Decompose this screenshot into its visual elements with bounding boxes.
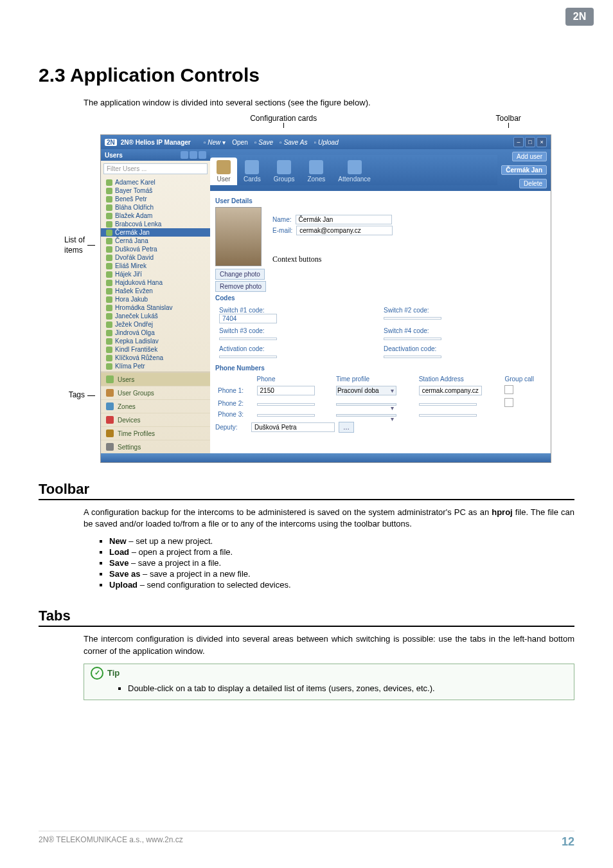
toolbar-list-item: Save as – save a project in a new file. <box>109 569 574 579</box>
user-item[interactable]: Dvořák David <box>101 253 210 262</box>
btn-delete[interactable]: Delete <box>519 179 547 188</box>
user-item[interactable]: Kepka Ladislav <box>101 337 210 345</box>
fig-label-context: Context buttons <box>272 255 393 264</box>
tab-devices[interactable]: Devices <box>101 413 210 426</box>
group-call-check[interactable] <box>504 385 513 394</box>
page-title: 2.3 Application Controls <box>39 0 574 86</box>
user-item[interactable]: Bayer Tomáš <box>101 186 210 195</box>
time-profile-select[interactable] <box>336 414 396 417</box>
sec-user-details: User Details <box>215 197 546 204</box>
btn-remove-photo[interactable]: Remove photo <box>215 281 266 292</box>
field-deputy[interactable]: Dušková Petra <box>251 422 335 432</box>
user-item[interactable]: Kindl František <box>101 345 210 354</box>
phone-field[interactable] <box>257 414 315 417</box>
h2-tabs: Tabs <box>39 608 574 627</box>
tb-new[interactable]: ▫ New ▾ <box>204 139 226 146</box>
user-item[interactable]: Janeček Lukáš <box>101 312 210 320</box>
tb-upload[interactable]: ▫ Upload <box>314 139 339 146</box>
lbl-email: E-mail: <box>272 227 292 234</box>
side-tool-1[interactable] <box>181 151 188 159</box>
user-item[interactable]: Dušková Petra <box>101 245 210 253</box>
cfg-tab-zones[interactable]: Zones <box>301 158 332 185</box>
user-item[interactable]: Adamec Karel <box>101 178 210 186</box>
code-field[interactable] <box>384 338 441 340</box>
phone-field[interactable]: 2150 <box>257 386 315 395</box>
footer-left: 2N® TELEKOMUNIKACE a.s., www.2n.cz <box>39 835 183 849</box>
code-field[interactable] <box>384 356 441 358</box>
user-item[interactable]: Bláha Oldřich <box>101 203 210 212</box>
btn-deputy-browse[interactable]: … <box>339 422 354 433</box>
tb-saveas[interactable]: ▫ Save As <box>280 139 307 146</box>
phone-field[interactable] <box>419 403 477 406</box>
sec-codes: Codes <box>215 294 546 302</box>
tab-time-profiles[interactable]: Time Profiles <box>101 426 210 440</box>
fig-label-toolbar: Toolbar <box>495 114 520 128</box>
app-logo: 2N <box>105 139 117 146</box>
user-item[interactable]: Čermák Jan <box>101 228 210 237</box>
user-item[interactable]: Eliáš Mirek <box>101 262 210 270</box>
lbl-name: Name: <box>272 216 291 223</box>
phone-field[interactable] <box>257 403 315 406</box>
fig-label-list: List of items <box>64 235 95 255</box>
cfg-tab-user[interactable]: User <box>210 158 237 185</box>
code-field[interactable] <box>384 317 441 320</box>
win-max[interactable]: □ <box>525 137 535 147</box>
user-item[interactable]: Jindrová Olga <box>101 329 210 337</box>
tb-save[interactable]: ▫ Save <box>254 139 273 146</box>
cfg-tab-attendance[interactable]: Attendance <box>332 158 377 185</box>
win-close[interactable]: × <box>537 137 547 147</box>
tabs-paragraph: The intercom configuration is divided in… <box>84 633 574 656</box>
user-item[interactable]: Hajduková Hana <box>101 278 210 287</box>
user-item[interactable]: Brabcová Lenka <box>101 220 210 228</box>
user-item[interactable]: Hora Jakub <box>101 295 210 303</box>
code-field[interactable]: 7404 <box>219 314 277 323</box>
tab-settings[interactable]: Settings <box>101 440 210 453</box>
group-call-check[interactable] <box>504 398 513 407</box>
h2-toolbar: Toolbar <box>39 481 574 500</box>
tab-zones[interactable]: Zones <box>101 399 210 413</box>
cfg-tab-cards[interactable]: Cards <box>237 158 267 185</box>
sidebar-head: Users <box>105 152 123 159</box>
intro-text: The application window is divided into s… <box>84 98 574 107</box>
fig-label-cfg: Configuration cards <box>250 114 317 128</box>
cfg-tab-groups[interactable]: Groups <box>267 158 301 185</box>
code-field[interactable] <box>219 356 277 358</box>
side-tool-3[interactable] <box>199 151 206 159</box>
user-list[interactable]: Adamec KarelBayer TomášBeneš PetrBláha O… <box>101 177 210 372</box>
footer-page: 12 <box>562 835 574 849</box>
sec-phones: Phone Numbers <box>215 365 546 372</box>
tab-users[interactable]: Users <box>101 372 210 386</box>
field-name[interactable]: Čermák Jan <box>296 215 392 224</box>
win-min[interactable]: – <box>513 137 524 147</box>
app-title: 2N® Helios IP Manager <box>121 139 191 146</box>
code-field[interactable] <box>219 338 277 340</box>
user-item[interactable]: Blažek Adam <box>101 212 210 220</box>
tab-user-groups[interactable]: User Groups <box>101 386 210 399</box>
user-item[interactable]: Černá Jana <box>101 237 210 245</box>
user-item[interactable]: Ježek Ondřej <box>101 320 210 329</box>
toolbar-list-item: Load – open a project from a file. <box>109 547 574 557</box>
brand-logo: 2N <box>565 8 594 26</box>
field-email[interactable]: cermak@company.cz <box>296 226 393 235</box>
side-tool-2[interactable] <box>190 151 197 159</box>
btn-add-user[interactable]: Add user <box>512 152 547 161</box>
filter-input[interactable]: Filter Users ... <box>103 163 208 174</box>
time-profile-select[interactable]: Pracovní doba <box>336 386 396 395</box>
user-item[interactable]: Klíma Petr <box>101 362 210 370</box>
phone-field[interactable] <box>419 414 477 417</box>
tip-box: ✓Tip Double-click on a tab to display a … <box>84 664 574 700</box>
user-item[interactable]: Hájek Jiří <box>101 270 210 278</box>
btn-change-photo[interactable]: Change photo <box>215 269 265 280</box>
user-item[interactable]: Beneš Petr <box>101 195 210 203</box>
screenshot-app: 2N 2N® Helios IP Manager ▫ New ▾ Open ▫ … <box>100 134 551 463</box>
phone-field[interactable]: cermak.company.cz <box>419 386 482 395</box>
tb-open[interactable]: Open <box>232 139 247 146</box>
time-profile-select[interactable] <box>336 403 396 406</box>
user-item[interactable]: Hašek Evžen <box>101 287 210 295</box>
main-title: Čermák Jan <box>501 165 547 175</box>
user-item[interactable]: Hromádka Stanislav <box>101 303 210 312</box>
lbl-deputy: Deputy: <box>215 424 247 431</box>
toolbar-list-item: Upload – send configuration to selected … <box>109 580 574 590</box>
fig-label-tags: Tags <box>69 390 95 401</box>
user-item[interactable]: Klíčková Růžena <box>101 354 210 362</box>
